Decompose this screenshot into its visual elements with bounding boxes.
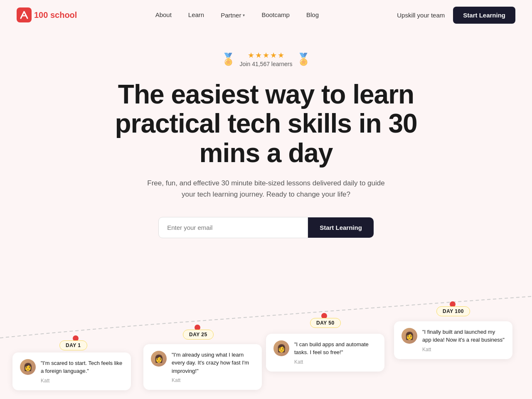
- day50-label: DAY 50: [310, 319, 341, 326]
- upskill-link[interactable]: Upskill your team: [397, 12, 445, 19]
- hero-title: The easiest way to learn practical tech …: [83, 80, 449, 167]
- nav-blog[interactable]: Blog: [300, 8, 325, 22]
- day1-author: Katt: [41, 378, 123, 384]
- day100-quote: "I finally built and launched my app ide…: [422, 328, 505, 344]
- learners-badge: 🏅 ★ ★ ★ ★ ★ Join 41,567 learners 🏅: [221, 51, 311, 67]
- day25-avatar: 👩: [151, 351, 167, 367]
- day100-avatar: 👩: [401, 328, 417, 344]
- nav-bootcamp[interactable]: Bootcamp: [255, 8, 296, 22]
- hero-section: 🏅 ★ ★ ★ ★ ★ Join 41,567 learners 🏅 The e…: [0, 30, 532, 255]
- star-5-icon: ★: [278, 51, 284, 60]
- day25-label: DAY 25: [183, 330, 214, 338]
- navbar: 100 school About Learn Partner ▾ Bootcam…: [0, 0, 532, 30]
- hero-cta-button[interactable]: Start Learning: [308, 217, 374, 238]
- day1-quote: "I'm scared to start. Tech feels like a …: [41, 359, 123, 375]
- nav-partner[interactable]: Partner ▾: [214, 8, 251, 22]
- day25-author: Katt: [172, 377, 254, 383]
- logo-text: 100 school: [34, 10, 77, 20]
- day50-author: Katt: [294, 359, 377, 365]
- nav-right: Upskill your team Start Learning: [397, 7, 515, 24]
- laurel-right-icon: 🏅: [296, 52, 311, 66]
- star-4-icon: ★: [270, 51, 277, 60]
- day1-card: 👩 "I'm scared to start. Tech feels like …: [12, 352, 131, 390]
- day1-avatar: 👩: [20, 359, 36, 375]
- day50-card: 👩 "I can build apps and automate tasks. …: [266, 334, 384, 372]
- logo[interactable]: 100 school: [17, 7, 77, 22]
- day50-avatar: 👩: [273, 340, 289, 356]
- star-3-icon: ★: [263, 51, 269, 60]
- star-2-icon: ★: [255, 51, 262, 60]
- day100-card: 👩 "I finally built and launched my app i…: [394, 321, 512, 359]
- nav-about[interactable]: About: [149, 8, 178, 22]
- day50-quote: "I can build apps and automate tasks. I …: [294, 340, 377, 357]
- day1-label: DAY 1: [59, 341, 87, 349]
- svg-rect-0: [17, 7, 32, 22]
- cta-row: Start Learning: [158, 217, 374, 238]
- day100-author: Katt: [422, 347, 505, 352]
- day25-card: 👩 "I'm already using what I learn every …: [143, 344, 262, 390]
- learners-count: Join 41,567 learners: [240, 61, 293, 67]
- journey-section: DAY 1 👩 "I'm scared to start. Tech feels…: [0, 263, 532, 396]
- star-rating: ★ ★ ★ ★ ★: [248, 51, 284, 60]
- star-1-icon: ★: [248, 51, 254, 60]
- nav-cta-button[interactable]: Start Learning: [453, 7, 515, 24]
- nav-links: About Learn Partner ▾ Bootcamp Blog: [149, 8, 325, 22]
- day25-quote: "I'm already using what I learn every da…: [172, 351, 254, 375]
- day100-label: DAY 100: [436, 307, 470, 315]
- hero-subtitle: Free, fun, and effective 30 minute bite-…: [145, 177, 387, 200]
- laurel-left-icon: 🏅: [221, 52, 236, 66]
- email-input[interactable]: [158, 217, 308, 238]
- logo-icon: [17, 7, 32, 22]
- chevron-down-icon: ▾: [243, 13, 245, 17]
- nav-learn[interactable]: Learn: [182, 8, 211, 22]
